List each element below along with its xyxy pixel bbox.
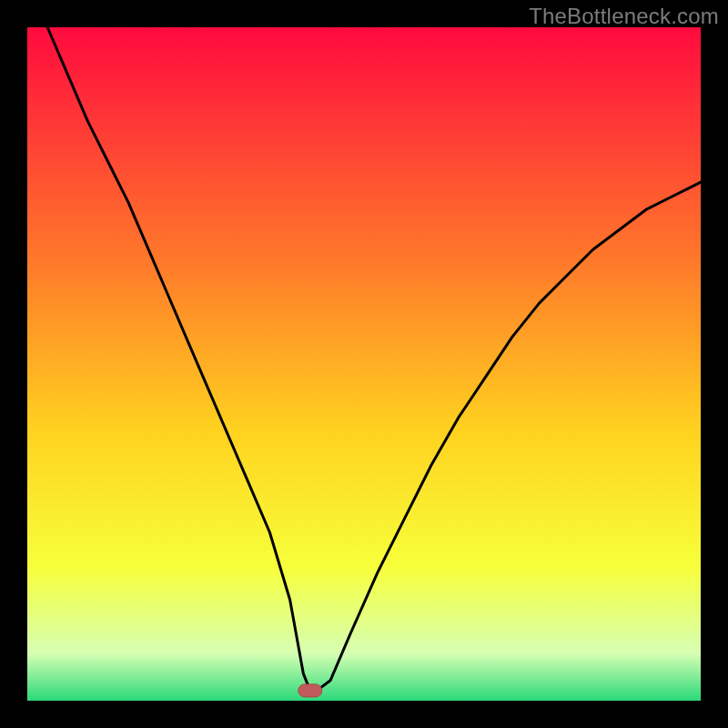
plot-area (27, 27, 701, 701)
bottleneck-chart (0, 0, 728, 728)
chart-svg (0, 0, 728, 728)
watermark-text: TheBottleneck.com (529, 4, 719, 29)
minimum-marker (298, 684, 322, 697)
